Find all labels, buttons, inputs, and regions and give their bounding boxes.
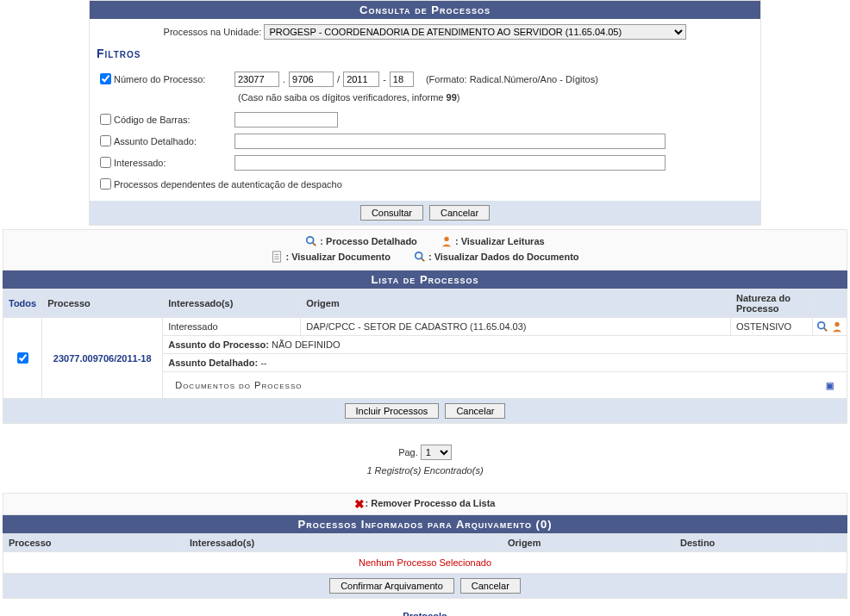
unit-select[interactable]: PROGESP - COORDENADORIA DE ATENDIMENTO A… [264,24,686,40]
row-origem: DAP/CPCC - SETOR DE CADASTRO (11.65.04.0… [301,318,731,336]
legend-visualizar-dados-documento: : Visualizar Dados do Documento [428,252,579,262]
assunto-detalhado-row-value: -- [260,358,266,368]
nenhum-selecionado: Nenhum Processo Selecionado [3,552,847,574]
table-row: 23077.009706/2011-18 Interessado DAP/CPC… [3,318,847,336]
numero-processo-checkbox[interactable] [100,73,111,84]
codigo-barras-checkbox[interactable] [100,114,111,125]
svg-point-7 [416,252,422,259]
codigo-barras-label: Código de Barras: [114,115,234,125]
col-interessados: Interessado(s) [163,289,301,318]
codigo-barras-input[interactable] [234,112,338,128]
user-icon [441,235,453,247]
incluir-processos-button[interactable]: Incluir Processos [345,403,440,419]
radical-input[interactable] [234,72,279,87]
col-natureza: Natureza do Processo [731,289,813,318]
assunto-detalhado-label: Assunto Detalhado: [114,136,234,146]
interessado-input[interactable] [234,155,666,171]
svg-line-10 [824,328,828,332]
unit-label: Processos na Unidade: [164,27,262,37]
cancelar-button-2[interactable]: Cancelar [445,403,505,419]
page-title: Consulta de Processos [90,1,760,19]
svg-line-1 [313,243,316,246]
document-icon [271,251,283,263]
arq-col-processo: Processo [3,534,184,552]
svg-line-8 [422,258,425,262]
magnifier-icon [414,251,426,263]
row-natureza: OSTENSIVO [731,318,813,336]
cancelar-button-3[interactable]: Cancelar [460,578,521,594]
assunto-processo-label: Assunto do Processo: [168,339,269,350]
arq-col-destino: Destino [675,534,822,552]
legend-visualizar-documento: : Visualizar Documento [285,252,390,262]
documentos-processo-title: Documentos do Processo [175,380,302,390]
svg-point-2 [444,237,448,241]
col-processo: Processo [42,289,163,318]
numero-input[interactable] [289,72,334,87]
digitos-hint: (Caso não saiba os dígitos verificadores… [238,92,459,103]
assunto-detalhado-checkbox[interactable] [100,135,111,146]
records-found: 1 Registro(s) Encontrado(s) [0,465,850,476]
pager-label: Pag. [398,447,418,457]
assunto-processo-value: NÃO DEFINIDO [272,339,340,350]
arquivamento-title: Processos Informados para Arquivamento (… [3,515,847,533]
col-origem: Origem [301,289,731,318]
expand-icon[interactable]: ▣ [826,381,834,390]
ano-input[interactable] [343,72,379,87]
assunto-detalhado-row-label: Assunto Detalhado: [168,358,258,368]
magnifier-icon [305,235,317,247]
interessado-label: Interessado: [114,158,234,168]
svg-point-0 [307,237,314,244]
interessado-checkbox[interactable] [100,157,111,168]
cancelar-button[interactable]: Cancelar [429,205,490,221]
formato-hint: (Formato: Radical.Número/Ano - Dígitos) [426,74,598,84]
confirmar-arquivamento-button[interactable]: Confirmar Arquivamento [329,578,454,594]
filters-title: Filtros [90,45,760,62]
dependentes-label: Processos dependentes de autenticação de… [114,179,342,190]
digitos-input[interactable] [390,72,414,87]
assunto-detalhado-input[interactable] [234,134,666,149]
todos-link[interactable]: Todos [9,298,36,308]
remove-icon: ✖ [354,497,365,511]
processo-link[interactable]: 23077.009706/2011-18 [53,353,152,364]
arq-col-interessados: Interessado(s) [184,534,503,552]
magnifier-icon[interactable] [816,320,828,333]
legend-visualizar-leituras: : Visualizar Leituras [455,236,545,246]
consultar-button[interactable]: Consultar [360,205,423,221]
dependentes-checkbox[interactable] [100,178,111,190]
arq-col-origem: Origem [503,534,675,552]
pager-select[interactable]: 1 [421,445,452,460]
protocolo-link[interactable]: Protocolo [0,611,850,616]
numero-processo-label: Número do Processo: [114,74,234,84]
svg-point-11 [834,322,839,327]
row-checkbox[interactable] [17,352,28,364]
row-interessado: Interessado [163,318,301,336]
legend-remover: : Remover Processo da Lista [365,498,495,508]
svg-point-9 [818,322,825,329]
legend-processo-detalhado: : Processo Detalhado [320,236,416,246]
user-icon[interactable] [831,320,843,333]
lista-title: Lista de Processos [3,271,847,289]
